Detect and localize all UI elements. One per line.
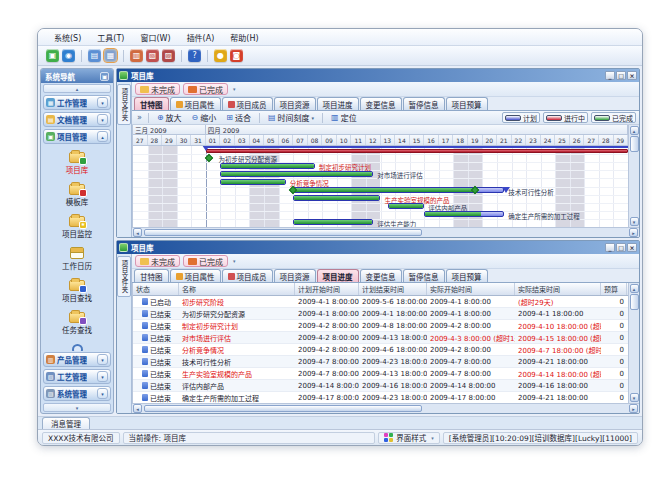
menu-item[interactable]: 帮助(H): [222, 31, 266, 44]
menu-item[interactable]: 系统(S): [46, 31, 89, 44]
tab[interactable]: 项目属性: [170, 97, 221, 110]
tab[interactable]: 项目资源: [274, 269, 316, 282]
scroll-left-icon[interactable]: ◂: [133, 404, 142, 413]
chevron-down-icon[interactable]: ▾: [97, 388, 108, 399]
sidebar-group-project[interactable]: ▣项目管理▴: [43, 129, 111, 144]
scroll-right-icon[interactable]: ▸: [629, 228, 638, 237]
lock-icon[interactable]: ●: [214, 49, 227, 62]
sidebar-item[interactable]: ★项目监控: [41, 211, 113, 243]
column-header[interactable]: 计划开始时间: [295, 283, 359, 295]
tab[interactable]: 甘特图: [134, 269, 169, 282]
table-row[interactable]: 已结束制定初步研究计划2009-4-2 8:00:002009-4-8 18:0…: [133, 320, 628, 332]
sidebar-scroll-up-button[interactable]: ▴: [43, 84, 111, 93]
column-header[interactable]: 名称: [179, 283, 295, 295]
menu-item[interactable]: 窗口(W): [132, 31, 178, 44]
scroll-up-icon[interactable]: ▴: [630, 284, 639, 293]
sidebar-group-document[interactable]: ▤文档管理▾: [43, 112, 111, 127]
tab[interactable]: 暂停信息: [403, 269, 445, 282]
scroll-right-icon[interactable]: ▸: [629, 404, 638, 413]
sidebar-scroll-down-button[interactable]: ▾: [43, 403, 111, 412]
sidebar-item[interactable]: 项目文档查找: [41, 339, 113, 351]
scroll-left-icon[interactable]: ◂: [133, 228, 142, 237]
tab[interactable]: 项目成员: [222, 97, 273, 110]
tab[interactable]: 项目资源: [274, 97, 316, 110]
minimize-button[interactable]: _: [605, 71, 615, 80]
tab[interactable]: 甘特图: [134, 97, 169, 110]
table-row[interactable]: 已结束分析竞争情况2009-4-2 8:00:002009-4-6 18:00:…: [133, 344, 628, 356]
table-row[interactable]: 已结束评估内部产品2009-4-14 8:00:002009-4-16 18:0…: [133, 380, 628, 392]
column-header[interactable]: 计划结束时间: [359, 283, 427, 295]
filter-button[interactable]: 已完成: [183, 83, 228, 95]
pin-icon[interactable]: ▣: [100, 72, 109, 81]
help-icon[interactable]: ?: [188, 49, 201, 62]
gantt-summary-plan-bar[interactable]: [206, 146, 628, 148]
chevron-down-icon[interactable]: ▾: [97, 354, 108, 365]
exit-icon[interactable]: ◙: [230, 49, 243, 62]
tab[interactable]: 项目进度: [317, 97, 359, 110]
chevron-down-icon[interactable]: ▾: [233, 258, 236, 264]
sidebar-group-work[interactable]: ▦工作管理▾: [43, 95, 111, 110]
menu-item[interactable]: 插件(A): [179, 31, 223, 44]
chevron-up-icon[interactable]: ▴: [97, 131, 108, 142]
tab[interactable]: 项目成员: [222, 269, 273, 282]
menu-item[interactable]: 工具(T): [89, 31, 132, 44]
table-row[interactable]: 已结束对市场进行评估2009-4-2 8:00:002009-4-13 18:0…: [133, 332, 628, 344]
report-icon[interactable]: ▥: [130, 49, 143, 62]
report-edit-icon[interactable]: ▧: [146, 49, 159, 62]
gantt-summary-progress-bar[interactable]: [206, 149, 628, 153]
filter-button[interactable]: 未完成: [135, 255, 180, 267]
tab[interactable]: 项目进度: [317, 269, 359, 282]
table-row[interactable]: 已结束生产实验室规模的产品2009-4-7 8:00:002009-4-13 1…: [133, 368, 628, 380]
table-row[interactable]: 已启动初步研究阶段2009-4-1 8:00:002009-5-6 18:00:…: [133, 296, 628, 308]
gantt-task-bar[interactable]: [424, 211, 504, 217]
zoom-out-button[interactable]: ⊖缩小: [188, 112, 221, 124]
scrollbar-thumb[interactable]: [144, 229, 422, 236]
scroll-down-icon[interactable]: ▾: [630, 393, 639, 402]
save-icon[interactable]: ▦: [104, 49, 117, 62]
close-button[interactable]: ×: [627, 71, 637, 80]
scrollbar-thumb[interactable]: [144, 405, 422, 412]
gantt-task-bar[interactable]: [220, 163, 315, 169]
scroll-down-icon[interactable]: ▾: [630, 217, 639, 226]
folder-icon[interactable]: ▤: [88, 49, 101, 62]
message-management-tab[interactable]: 消息管理: [42, 417, 90, 429]
table-vertical-scrollbar[interactable]: ▴ ▾: [628, 283, 639, 403]
maximize-button[interactable]: □: [616, 71, 626, 80]
chevron-down-icon[interactable]: ▾: [233, 86, 236, 92]
table-row[interactable]: 已结束为初步研究分配资源2009-4-1 8:00:002009-4-1 18:…: [133, 308, 628, 320]
locate-button[interactable]: ▥定位: [327, 112, 361, 124]
browser-globe-icon[interactable]: ◉: [62, 49, 75, 62]
column-header[interactable]: 实际结束时间: [515, 283, 601, 295]
column-header[interactable]: 实际开始时间: [427, 283, 515, 295]
toolbar-overflow-chevron[interactable]: »: [135, 113, 144, 122]
sidebar-group-system[interactable]: ▨系统管理▾: [43, 386, 111, 401]
tab[interactable]: 变更信息: [360, 269, 402, 282]
gantt-task-bar[interactable]: [293, 219, 373, 225]
gantt-horizontal-scrollbar[interactable]: ◂ ▸: [132, 227, 639, 237]
gantt-task-bar[interactable]: [220, 171, 373, 177]
sidebar-group-process[interactable]: ▧工艺管理▾: [43, 369, 111, 384]
sidebar-group-product[interactable]: ▥产品管理▾: [43, 352, 111, 367]
column-header[interactable]: 状态: [133, 283, 179, 295]
report-delete-icon[interactable]: ▨: [162, 49, 175, 62]
sidebar-item[interactable]: 任务查找: [41, 307, 113, 339]
table-row[interactable]: 已结束确定生产所需的加工过程2009-4-17 8:00:002009-4-23…: [133, 392, 628, 403]
minimize-button[interactable]: _: [605, 243, 615, 252]
chevron-down-icon[interactable]: ▾: [97, 114, 108, 125]
project-folder-vertical-tab[interactable]: 项目文件夹: [117, 254, 132, 413]
tab[interactable]: 项目属性: [170, 269, 221, 282]
tab[interactable]: 暂停信息: [403, 97, 445, 110]
filter-button[interactable]: 已完成: [183, 255, 228, 267]
desktop-icon[interactable]: ▣: [46, 49, 59, 62]
chevron-down-icon[interactable]: ▾: [97, 97, 108, 108]
project-folder-vertical-tab[interactable]: 项目文件夹: [117, 82, 132, 237]
sidebar-item[interactable]: 项目查找: [41, 275, 113, 307]
close-button[interactable]: ×: [627, 243, 637, 252]
gantt-task-bar[interactable]: [293, 195, 380, 201]
gantt-task-bar[interactable]: [220, 179, 286, 185]
gantt-vertical-scrollbar[interactable]: ▴ ▾: [628, 125, 639, 227]
chevron-down-icon[interactable]: ▾: [97, 371, 108, 382]
tab[interactable]: 项目预算: [446, 269, 488, 282]
tab[interactable]: 变更信息: [360, 97, 402, 110]
ui-style-button[interactable]: 界面样式 ▾: [378, 432, 440, 444]
